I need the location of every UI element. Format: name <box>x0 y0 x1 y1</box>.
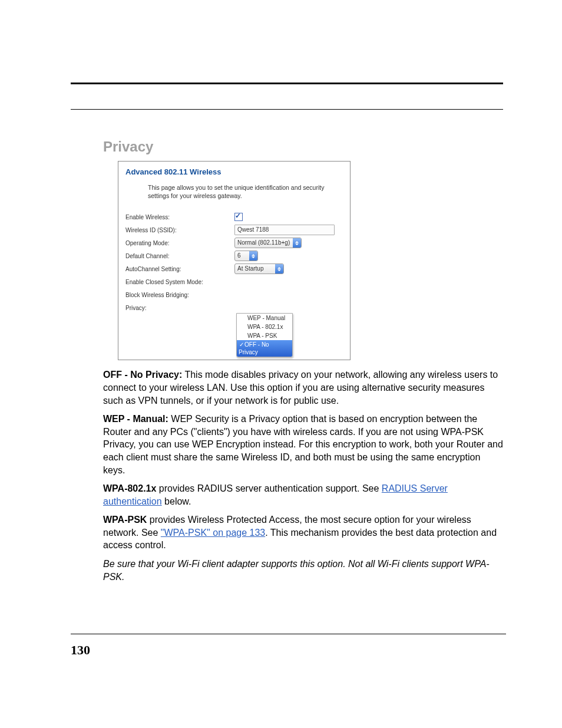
row-block-bridging: Block Wireless Bridging: <box>118 288 350 301</box>
heading-wep: WEP - Manual: <box>103 414 168 424</box>
row-privacy: Privacy: <box>118 301 350 314</box>
select-op-mode[interactable]: Normal (802.11b+g) <box>234 238 302 248</box>
section-title: Privacy <box>103 139 504 155</box>
input-ssid[interactable]: Qwest 7188 <box>234 225 335 235</box>
select-channel[interactable]: 6 <box>234 251 258 261</box>
label-enable-wireless: Enable Wireless: <box>125 214 234 220</box>
label-closed-system: Enable Closed System Mode: <box>125 279 234 285</box>
privacy-option[interactable]: WPA - 802.1x <box>237 322 292 331</box>
heading-wpapsk: WPA-PSK <box>103 515 147 525</box>
label-ssid: Wireless ID (SSID): <box>125 227 234 233</box>
page-content: Privacy Advanced 802.11 Wireless This pa… <box>103 139 504 589</box>
panel-description: This page allows you to set the unique i… <box>118 180 349 210</box>
para-wpapsk: WPA-PSK provides Wireless Protected Acce… <box>103 513 504 552</box>
para-off: OFF - No Privacy: This mode disables pri… <box>103 368 504 407</box>
heading-wpa1x: WPA-802.1x <box>103 483 156 493</box>
chevron-updown-icon <box>249 251 257 261</box>
para-wep: WEP - Manual: WEP Security is a Privacy … <box>103 413 504 476</box>
label-privacy: Privacy: <box>125 305 234 311</box>
header-rule-thin <box>71 109 503 110</box>
row-op-mode: Operating Mode: Normal (802.11b+g) <box>118 236 350 249</box>
check-icon: ✓ <box>239 341 244 348</box>
select-autochannel-value: At Startup <box>235 264 275 274</box>
row-closed-system: Enable Closed System Mode: <box>118 275 350 288</box>
page-number: 130 <box>71 643 90 658</box>
row-enable-wireless: Enable Wireless: <box>118 210 350 223</box>
label-channel: Default Channel: <box>125 253 234 259</box>
select-autochannel[interactable]: At Startup <box>234 263 284 274</box>
chevron-updown-icon <box>293 238 301 248</box>
header-rule-thick <box>71 83 503 84</box>
row-ssid: Wireless ID (SSID): Qwest 7188 <box>118 223 350 236</box>
select-op-mode-value: Normal (802.11b+g) <box>235 238 293 248</box>
privacy-option[interactable]: WEP - Manual <box>237 314 292 322</box>
checkbox-enable-wireless[interactable] <box>234 213 243 221</box>
text-wpa1x-post: below. <box>162 496 191 506</box>
heading-off: OFF - No Privacy: <box>103 370 182 380</box>
panel-title: Advanced 802.11 Wireless <box>118 162 350 180</box>
label-op-mode: Operating Mode: <box>125 240 234 246</box>
row-autochannel: AutoChannel Setting: At Startup <box>118 262 350 275</box>
chevron-updown-icon <box>275 264 283 274</box>
body-text: OFF - No Privacy: This mode disables pri… <box>103 368 504 583</box>
privacy-dropdown-open[interactable]: WEP - Manual WPA - 802.1x WPA - PSK ✓OFF… <box>236 313 293 357</box>
para-wpa1x: WPA-802.1x provides RADIUS server authen… <box>103 482 504 508</box>
row-channel: Default Channel: 6 <box>118 249 350 262</box>
select-channel-value: 6 <box>235 251 249 261</box>
privacy-option[interactable]: WPA - PSK <box>237 331 292 340</box>
link-wpa-psk-page[interactable]: "WPA-PSK" on page 133 <box>161 528 265 538</box>
label-block-bridging: Block Wireless Bridging: <box>125 292 234 298</box>
footer-rule <box>71 634 506 634</box>
privacy-option-selected[interactable]: ✓OFF - No Privacy <box>237 340 292 357</box>
label-autochannel: AutoChannel Setting: <box>125 266 234 272</box>
para-note: Be sure that your Wi-Fi client adapter s… <box>103 558 504 583</box>
text-wpa1x-pre: provides RADIUS server authentication su… <box>156 483 381 493</box>
embedded-screenshot: Advanced 802.11 Wireless This page allow… <box>118 161 351 360</box>
